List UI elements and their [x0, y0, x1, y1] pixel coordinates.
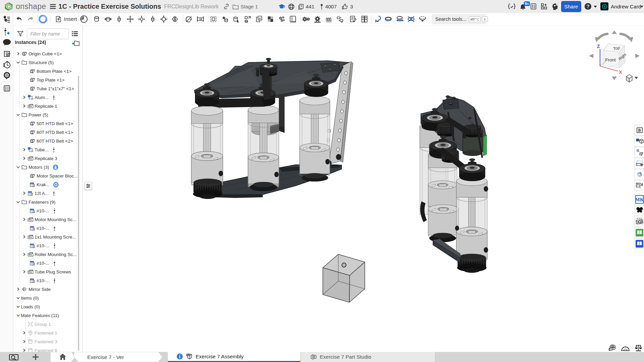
svg-text:Front: Front — [605, 57, 616, 62]
svg-text:Z: Z — [597, 44, 600, 49]
svg-text:X: X — [619, 69, 622, 75]
svg-text:MK: MK — [635, 197, 644, 202]
svg-text:?: ? — [587, 4, 590, 9]
svg-text:Exercise 7 - Ver: Exercise 7 - Ver — [87, 354, 124, 360]
